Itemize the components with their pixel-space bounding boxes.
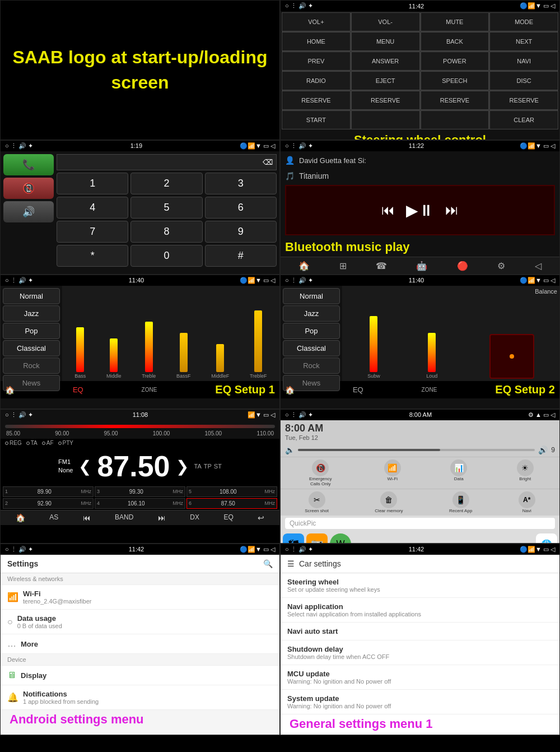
settings-notifications-item[interactable]: 🔔 Notifications 1 app blocked from sendi… [1, 685, 279, 710]
fm-slider-area[interactable]: 85.00 90.00 95.00 100.00 105.00 110.00 [1, 420, 279, 439]
eq1-preset-rock[interactable]: Rock [3, 358, 60, 374]
volume-down-icon[interactable]: 🔈 [285, 445, 295, 454]
steer-start[interactable]: START [282, 110, 351, 129]
btmusic-nav-android[interactable]: 🤖 [416, 261, 427, 271]
steer-back[interactable]: BACK [421, 32, 489, 51]
volume-slider[interactable] [298, 449, 535, 451]
steer-mute[interactable]: MUTE [421, 12, 489, 31]
quick-recent-app[interactable]: 📱 Recent App [449, 491, 472, 513]
steer-menu[interactable]: MENU [351, 32, 420, 51]
steer-power[interactable]: POWER [421, 52, 489, 71]
btcall-speaker-btn[interactable]: 🔊 [3, 201, 54, 222]
fm-preset-4[interactable]: 4 106.10 MHz [95, 498, 185, 509]
app-waze[interactable]: W [330, 533, 351, 544]
steer-speech[interactable]: SPEECH [421, 71, 489, 90]
steer-vol-plus[interactable]: VOL+ [282, 12, 351, 31]
app-maps[interactable]: 🗺 [283, 533, 304, 544]
steer-disc[interactable]: DISC [489, 71, 558, 90]
fm-nav-home[interactable]: 🏠 [16, 513, 25, 522]
carsettings-sysupdate-item[interactable]: System update Warning: No ignition and N… [281, 690, 559, 714]
quick-wifi[interactable]: 📶 Wi-Fi [384, 459, 401, 486]
fm-nav-back[interactable]: ↩ [258, 513, 264, 522]
eq2-preset-rock[interactable]: Rock [283, 358, 340, 374]
eq2-preset-classical[interactable]: Classical [283, 340, 340, 356]
btmusic-nav-phone[interactable]: ☎ [376, 261, 387, 271]
carsettings-steering-item[interactable]: Steering wheel Set or update steering wh… [281, 573, 559, 598]
fm-opt-pty[interactable]: PTY [58, 440, 73, 446]
carsettings-navi-app-item[interactable]: Navi application Select navi application… [281, 598, 559, 623]
num-star[interactable]: * [57, 245, 128, 267]
num-1[interactable]: 1 [57, 173, 128, 194]
btcall-answer-btn[interactable]: 📞 [3, 154, 54, 175]
steer-radio[interactable]: RADIO [282, 71, 351, 90]
steer-next[interactable]: NEXT [489, 32, 558, 51]
fm-preset-2[interactable]: 2 92.90 MHz [3, 498, 94, 509]
carsettings-shutdown-item[interactable]: Shutdown delay Shutdown delay time when … [281, 640, 559, 665]
carsettings-mcu-item[interactable]: MCU update Warning: No ignition and No p… [281, 665, 559, 690]
eq2-preset-jazz[interactable]: Jazz [283, 305, 340, 322]
steer-answer[interactable]: ANSWER [351, 52, 420, 71]
eq2-preset-pop[interactable]: Pop [283, 323, 340, 339]
fm-opt-af[interactable]: AF [42, 440, 54, 446]
btmusic-nav-grid[interactable]: ⊞ [339, 261, 347, 271]
fm-preset-1[interactable]: 1 89.90 MHz [3, 486, 94, 497]
app-camera[interactable]: 📷 [306, 533, 328, 544]
quick-emergency-calls[interactable]: 📵 Emergency Calls Only [306, 459, 334, 486]
num-3[interactable]: 3 [205, 173, 277, 194]
steer-mode[interactable]: MODE [489, 12, 558, 31]
play-pause-btn[interactable]: ▶⏸ [406, 201, 434, 220]
steer-reserve2[interactable]: RESERVE [351, 91, 420, 110]
steer-clear[interactable]: CLEAR [489, 110, 558, 129]
btmusic-nav-gear[interactable]: ⚙ [497, 261, 505, 271]
quick-clear-memory[interactable]: 🗑 Clear memory [375, 491, 403, 513]
fm-nav-next[interactable]: ⏭ [158, 513, 166, 522]
btmusic-nav-back[interactable]: ◁ [535, 261, 542, 271]
eq1-preset-jazz[interactable]: Jazz [3, 305, 60, 322]
fm-nav-dx[interactable]: DX [190, 513, 199, 522]
num-8[interactable]: 8 [130, 221, 202, 243]
steer-reserve3[interactable]: RESERVE [421, 91, 489, 110]
quick-navi[interactable]: A* Navi [519, 491, 535, 513]
fm-preset-6[interactable]: 6 87.50 MHz [186, 498, 277, 509]
fm-opt-ta[interactable]: TA [26, 440, 38, 446]
settings-data-item[interactable]: ○ Data usage 0 B of data used [1, 610, 279, 634]
steer-vol-minus[interactable]: VOL- [351, 12, 420, 31]
btcall-backspace-icon[interactable]: ⌫ [263, 158, 273, 166]
num-9[interactable]: 9 [205, 221, 277, 243]
fm-next-icon[interactable]: ❯ [176, 457, 189, 476]
fm-preset-5[interactable]: 5 108.00 MHz [186, 486, 277, 497]
eq1-home-icon[interactable]: 🏠 [5, 386, 15, 394]
btcall-input[interactable]: ⌫ [57, 154, 277, 170]
quick-screenshot[interactable]: ✂ Screen shot [305, 491, 329, 513]
steer-reserve4[interactable]: RESERVE [489, 91, 558, 110]
fm-opt-reg[interactable]: REG [5, 440, 22, 446]
settings-search-icon[interactable]: 🔍 [263, 559, 273, 568]
steer-navi[interactable]: NAVI [489, 52, 558, 71]
btmusic-nav-home[interactable]: 🏠 [298, 261, 310, 271]
fm-preset-3[interactable]: 3 99.30 MHz [95, 486, 185, 497]
eq2-preset-normal[interactable]: Normal [283, 288, 340, 304]
num-2[interactable]: 2 [130, 173, 202, 194]
volume-up-icon[interactable]: 🔊 [538, 445, 548, 454]
app-chrome[interactable]: 🌐 [536, 533, 557, 544]
btmusic-nav-music[interactable]: 🔴 [457, 261, 468, 271]
fm-slider-bar[interactable] [5, 425, 275, 428]
num-0[interactable]: 0 [130, 245, 202, 267]
pulldown-search-input[interactable]: QuickPic [285, 518, 555, 529]
settings-wifi-item[interactable]: 📶 Wi-Fi tereno_2.4G@maxisfiber [1, 585, 279, 610]
num-7[interactable]: 7 [57, 221, 128, 243]
carsettings-navi-auto-item[interactable]: Navi auto start [281, 623, 559, 640]
quick-data[interactable]: 📊 Data [450, 459, 467, 486]
settings-more-item[interactable]: … More [1, 634, 279, 654]
eq1-preset-classical[interactable]: Classical [3, 340, 60, 356]
steer-prev[interactable]: PREV [282, 52, 351, 71]
eq1-preset-normal[interactable]: Normal [3, 288, 60, 304]
fm-nav-eq[interactable]: EQ [223, 513, 233, 522]
next-track-btn[interactable]: ⏭ [445, 202, 459, 218]
steer-home[interactable]: HOME [282, 32, 351, 51]
num-4[interactable]: 4 [57, 197, 128, 219]
steer-eject[interactable]: EJECT [351, 71, 420, 90]
quick-bright[interactable]: ☀ Bright [517, 459, 534, 486]
eq1-preset-pop[interactable]: Pop [3, 323, 60, 339]
hamburger-icon[interactable]: ☰ [287, 559, 295, 568]
